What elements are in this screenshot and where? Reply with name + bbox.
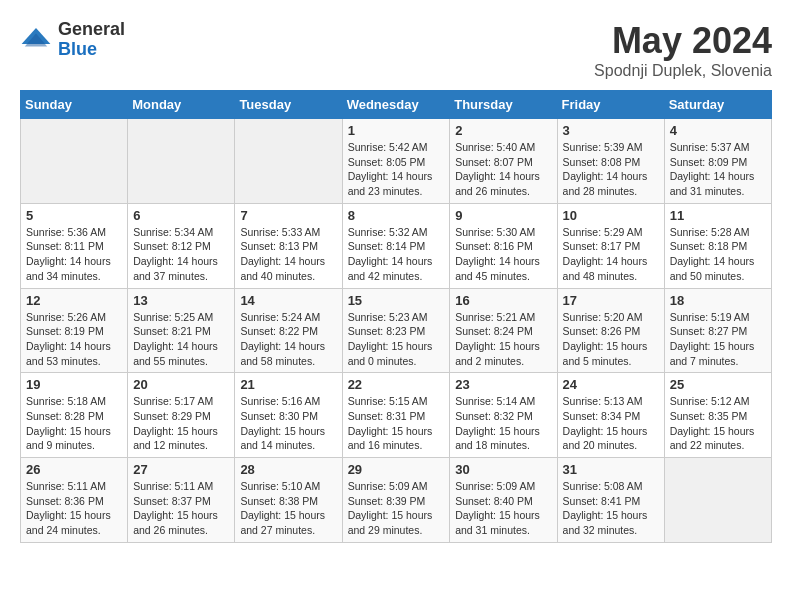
day-info: Sunrise: 5:10 AMSunset: 8:38 PMDaylight:…	[240, 479, 336, 538]
calendar-day-cell: 14Sunrise: 5:24 AMSunset: 8:22 PMDayligh…	[235, 288, 342, 373]
calendar-day-cell: 18Sunrise: 5:19 AMSunset: 8:27 PMDayligh…	[664, 288, 771, 373]
logo-icon	[20, 24, 52, 56]
calendar-day-cell: 17Sunrise: 5:20 AMSunset: 8:26 PMDayligh…	[557, 288, 664, 373]
calendar-day-cell: 9Sunrise: 5:30 AMSunset: 8:16 PMDaylight…	[450, 203, 557, 288]
day-number: 3	[563, 123, 659, 138]
calendar-day-cell: 22Sunrise: 5:15 AMSunset: 8:31 PMDayligh…	[342, 373, 450, 458]
day-number: 30	[455, 462, 551, 477]
calendar-day-cell	[664, 458, 771, 543]
calendar-day-cell	[21, 119, 128, 204]
day-info: Sunrise: 5:24 AMSunset: 8:22 PMDaylight:…	[240, 310, 336, 369]
day-number: 4	[670, 123, 766, 138]
day-number: 14	[240, 293, 336, 308]
day-info: Sunrise: 5:21 AMSunset: 8:24 PMDaylight:…	[455, 310, 551, 369]
day-info: Sunrise: 5:11 AMSunset: 8:36 PMDaylight:…	[26, 479, 122, 538]
page-subtitle: Spodnji Duplek, Slovenia	[594, 62, 772, 80]
day-of-week-header: Thursday	[450, 91, 557, 119]
day-number: 11	[670, 208, 766, 223]
calendar-day-cell: 26Sunrise: 5:11 AMSunset: 8:36 PMDayligh…	[21, 458, 128, 543]
day-info: Sunrise: 5:15 AMSunset: 8:31 PMDaylight:…	[348, 394, 445, 453]
day-number: 27	[133, 462, 229, 477]
calendar-day-cell: 25Sunrise: 5:12 AMSunset: 8:35 PMDayligh…	[664, 373, 771, 458]
day-info: Sunrise: 5:23 AMSunset: 8:23 PMDaylight:…	[348, 310, 445, 369]
day-number: 20	[133, 377, 229, 392]
calendar-day-cell: 15Sunrise: 5:23 AMSunset: 8:23 PMDayligh…	[342, 288, 450, 373]
day-info: Sunrise: 5:18 AMSunset: 8:28 PMDaylight:…	[26, 394, 122, 453]
calendar-day-cell: 27Sunrise: 5:11 AMSunset: 8:37 PMDayligh…	[128, 458, 235, 543]
day-info: Sunrise: 5:28 AMSunset: 8:18 PMDaylight:…	[670, 225, 766, 284]
day-number: 5	[26, 208, 122, 223]
calendar-day-cell: 12Sunrise: 5:26 AMSunset: 8:19 PMDayligh…	[21, 288, 128, 373]
day-number: 22	[348, 377, 445, 392]
day-number: 16	[455, 293, 551, 308]
calendar-day-cell: 8Sunrise: 5:32 AMSunset: 8:14 PMDaylight…	[342, 203, 450, 288]
day-of-week-header: Friday	[557, 91, 664, 119]
calendar-day-cell: 21Sunrise: 5:16 AMSunset: 8:30 PMDayligh…	[235, 373, 342, 458]
calendar-day-cell: 13Sunrise: 5:25 AMSunset: 8:21 PMDayligh…	[128, 288, 235, 373]
calendar-day-cell: 3Sunrise: 5:39 AMSunset: 8:08 PMDaylight…	[557, 119, 664, 204]
day-number: 1	[348, 123, 445, 138]
calendar-day-cell: 29Sunrise: 5:09 AMSunset: 8:39 PMDayligh…	[342, 458, 450, 543]
day-number: 28	[240, 462, 336, 477]
calendar-day-cell	[235, 119, 342, 204]
calendar-day-cell: 16Sunrise: 5:21 AMSunset: 8:24 PMDayligh…	[450, 288, 557, 373]
page-header: General Blue May 2024 Spodnji Duplek, Sl…	[20, 20, 772, 80]
day-number: 12	[26, 293, 122, 308]
calendar-week-row: 5Sunrise: 5:36 AMSunset: 8:11 PMDaylight…	[21, 203, 772, 288]
day-info: Sunrise: 5:36 AMSunset: 8:11 PMDaylight:…	[26, 225, 122, 284]
day-info: Sunrise: 5:30 AMSunset: 8:16 PMDaylight:…	[455, 225, 551, 284]
calendar-day-cell: 6Sunrise: 5:34 AMSunset: 8:12 PMDaylight…	[128, 203, 235, 288]
calendar-day-cell: 2Sunrise: 5:40 AMSunset: 8:07 PMDaylight…	[450, 119, 557, 204]
calendar-day-cell: 1Sunrise: 5:42 AMSunset: 8:05 PMDaylight…	[342, 119, 450, 204]
day-number: 15	[348, 293, 445, 308]
title-block: May 2024 Spodnji Duplek, Slovenia	[594, 20, 772, 80]
calendar-week-row: 12Sunrise: 5:26 AMSunset: 8:19 PMDayligh…	[21, 288, 772, 373]
logo-general-text: General	[58, 20, 125, 40]
calendar-day-cell: 19Sunrise: 5:18 AMSunset: 8:28 PMDayligh…	[21, 373, 128, 458]
calendar-week-row: 19Sunrise: 5:18 AMSunset: 8:28 PMDayligh…	[21, 373, 772, 458]
day-number: 6	[133, 208, 229, 223]
day-of-week-header: Saturday	[664, 91, 771, 119]
day-number: 10	[563, 208, 659, 223]
calendar-day-cell: 5Sunrise: 5:36 AMSunset: 8:11 PMDaylight…	[21, 203, 128, 288]
calendar-header-row: SundayMondayTuesdayWednesdayThursdayFrid…	[21, 91, 772, 119]
logo: General Blue	[20, 20, 125, 60]
day-number: 18	[670, 293, 766, 308]
day-info: Sunrise: 5:14 AMSunset: 8:32 PMDaylight:…	[455, 394, 551, 453]
calendar-day-cell: 31Sunrise: 5:08 AMSunset: 8:41 PMDayligh…	[557, 458, 664, 543]
calendar-day-cell: 30Sunrise: 5:09 AMSunset: 8:40 PMDayligh…	[450, 458, 557, 543]
calendar-day-cell: 24Sunrise: 5:13 AMSunset: 8:34 PMDayligh…	[557, 373, 664, 458]
day-info: Sunrise: 5:13 AMSunset: 8:34 PMDaylight:…	[563, 394, 659, 453]
day-info: Sunrise: 5:19 AMSunset: 8:27 PMDaylight:…	[670, 310, 766, 369]
day-number: 7	[240, 208, 336, 223]
day-info: Sunrise: 5:39 AMSunset: 8:08 PMDaylight:…	[563, 140, 659, 199]
calendar-day-cell: 28Sunrise: 5:10 AMSunset: 8:38 PMDayligh…	[235, 458, 342, 543]
day-of-week-header: Tuesday	[235, 91, 342, 119]
calendar-day-cell	[128, 119, 235, 204]
day-info: Sunrise: 5:26 AMSunset: 8:19 PMDaylight:…	[26, 310, 122, 369]
day-number: 9	[455, 208, 551, 223]
day-info: Sunrise: 5:09 AMSunset: 8:40 PMDaylight:…	[455, 479, 551, 538]
day-info: Sunrise: 5:34 AMSunset: 8:12 PMDaylight:…	[133, 225, 229, 284]
day-number: 31	[563, 462, 659, 477]
day-number: 8	[348, 208, 445, 223]
day-number: 23	[455, 377, 551, 392]
day-info: Sunrise: 5:32 AMSunset: 8:14 PMDaylight:…	[348, 225, 445, 284]
day-number: 13	[133, 293, 229, 308]
calendar-day-cell: 11Sunrise: 5:28 AMSunset: 8:18 PMDayligh…	[664, 203, 771, 288]
day-info: Sunrise: 5:11 AMSunset: 8:37 PMDaylight:…	[133, 479, 229, 538]
day-number: 17	[563, 293, 659, 308]
logo-text: General Blue	[58, 20, 125, 60]
day-info: Sunrise: 5:16 AMSunset: 8:30 PMDaylight:…	[240, 394, 336, 453]
calendar-day-cell: 7Sunrise: 5:33 AMSunset: 8:13 PMDaylight…	[235, 203, 342, 288]
calendar-day-cell: 10Sunrise: 5:29 AMSunset: 8:17 PMDayligh…	[557, 203, 664, 288]
calendar-week-row: 1Sunrise: 5:42 AMSunset: 8:05 PMDaylight…	[21, 119, 772, 204]
page-title: May 2024	[594, 20, 772, 62]
day-of-week-header: Sunday	[21, 91, 128, 119]
day-number: 2	[455, 123, 551, 138]
day-info: Sunrise: 5:08 AMSunset: 8:41 PMDaylight:…	[563, 479, 659, 538]
calendar-week-row: 26Sunrise: 5:11 AMSunset: 8:36 PMDayligh…	[21, 458, 772, 543]
day-info: Sunrise: 5:29 AMSunset: 8:17 PMDaylight:…	[563, 225, 659, 284]
day-info: Sunrise: 5:42 AMSunset: 8:05 PMDaylight:…	[348, 140, 445, 199]
calendar-day-cell: 20Sunrise: 5:17 AMSunset: 8:29 PMDayligh…	[128, 373, 235, 458]
